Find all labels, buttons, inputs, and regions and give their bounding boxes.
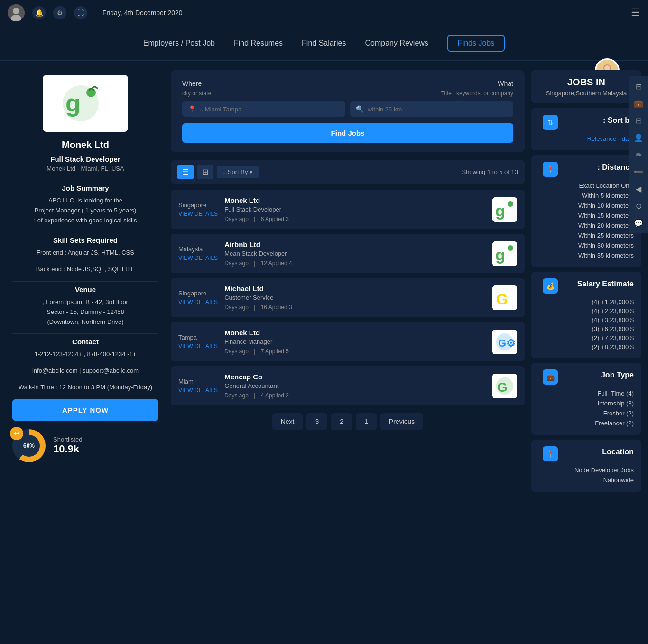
job-card-4: Tampa VIEW DETAILS Monek Ltd Finance Man… [171, 322, 525, 361]
exact-location-option[interactable]: Exact Location Only [539, 181, 634, 191]
view-details-link-3[interactable]: VIEW DETAILS [178, 299, 218, 305]
gear-icon[interactable]: ⚙ [53, 6, 66, 19]
salary-option-0[interactable]: (4) +1,28,000 $ [539, 297, 634, 306]
location-icon-btn[interactable]: 📍 [543, 446, 558, 461]
sort-label: ...Sort By [222, 168, 248, 175]
view-details-link-1[interactable]: VIEW DETAILS [178, 211, 218, 217]
salary-list: (4) +1,28,000 $ (4) +2,23,800 $ (4) +3,2… [539, 297, 634, 351]
svg-point-15 [508, 245, 513, 251]
sort-icon-btn[interactable]: ⇅ [543, 115, 558, 130]
sort-button[interactable]: ...Sort By ▾ [217, 166, 259, 178]
center-panel: Where What city or state Title , keyword… [166, 70, 529, 497]
right-icon-edit[interactable]: ✏ [631, 147, 646, 162]
grid-view-btn[interactable]: ⊞ [197, 165, 213, 179]
job-card-5: Miami VIEW DETAILS Mencap Co General Acc… [171, 366, 525, 405]
salary-option-2[interactable]: (4) +3,23,800 $ [539, 315, 634, 324]
results-toolbar: ☰ ⊞ ...Sort By ▾ Showing 1 to 5 of 13 [171, 160, 525, 184]
view-details-link-4[interactable]: VIEW DETAILS [178, 343, 218, 350]
contact-phone: 1-212-123-1234+ , 878-400-1234 -1+ [12, 350, 158, 359]
distance-icon-btn[interactable]: 📍 [543, 162, 558, 177]
distance-list: Exact Location Only Within 5 kilometers … [539, 181, 634, 260]
apply-now-button[interactable]: APPLY NOW [12, 399, 158, 421]
view-details-link-5[interactable]: VIEW DETAILS [178, 387, 218, 394]
distance-option-0[interactable]: Within 5 kilometers [539, 191, 634, 201]
location-option-1[interactable]: Nationwide [539, 475, 634, 485]
location-list: Node Developer Jobs Nationwide [539, 465, 634, 485]
keyword-input[interactable] [368, 106, 508, 113]
distance-option-4[interactable]: Within 25 kilometers [539, 230, 634, 240]
sort-option-1[interactable]: Relevance - date [539, 134, 634, 144]
distance-header: 📍 : Distance [539, 162, 634, 177]
job-info-3: Michael Ltd Customer Service Days ago | … [224, 285, 486, 311]
prev-page-btn[interactable]: Previous [380, 413, 423, 430]
contact-title: Contact [12, 338, 158, 346]
sort-list: Relevance - date [539, 134, 634, 144]
distance-option-5[interactable]: Within 30 kilometers [539, 240, 634, 250]
location-header: 📍 Location [539, 446, 634, 461]
user-avatar[interactable] [8, 4, 25, 21]
job-info-4: Monek Ltd Finance Manager Days ago | 7 A… [224, 329, 486, 355]
job-info-2: Airbnb Ltd Mean Stack Developer Days ago… [224, 240, 486, 267]
right-icon-back[interactable]: ◀ [631, 181, 646, 196]
list-view-btn[interactable]: ☰ [177, 165, 194, 179]
jobs-in-location: Singapore,Southern Malaysia [539, 90, 634, 97]
distance-option-2[interactable]: Within 15 kilometers [539, 211, 634, 221]
right-icon-apps[interactable]: ⊞ [631, 113, 646, 128]
main-layout: g Monek Ltd Full Stack Developer Monek L… [0, 61, 648, 506]
skills-frontend: Front end : Angular JS, HTML, CSS [12, 248, 158, 258]
job-role-2: Mean Stack Developer [224, 250, 486, 257]
page-1-btn[interactable]: 1 [356, 413, 377, 430]
right-icon-chat[interactable]: 💬 [631, 215, 646, 230]
distance-option-6[interactable]: Within 35 kilometers [539, 250, 634, 260]
skills-backend: Back end : Node JS,SQL, SQL LITE [12, 265, 158, 275]
expand-icon[interactable]: ⛶ [74, 6, 87, 19]
job-summary-text: ABC LLC. is looking for the Project Mana… [12, 196, 158, 225]
nav-company-reviews[interactable]: Company Reviews [365, 39, 428, 47]
progress-circle: ↩ 60% [12, 429, 46, 462]
view-details-link-2[interactable]: VIEW DETAILS [178, 255, 218, 261]
pagination: Next 3 2 1 Previous [171, 413, 525, 430]
right-icon-circle[interactable]: ⊙ [631, 198, 646, 213]
menu-icon[interactable]: ☰ [631, 7, 640, 19]
right-icon-grid[interactable]: ⊞ [631, 79, 646, 94]
salary-option-4[interactable]: (2) +7,23,800 $ [539, 333, 634, 342]
search-icon: 🔍 [356, 105, 364, 113]
job-meta-1: Days ago | 6 Applied 3 [224, 216, 486, 222]
next-page-btn[interactable]: Next [272, 413, 303, 430]
page-3-btn[interactable]: 3 [306, 413, 327, 430]
nav-find-salaries[interactable]: Find Salaries [302, 39, 346, 47]
city-label: city or state [182, 90, 211, 97]
job-type-3[interactable]: Freelancer (2) [539, 418, 634, 428]
job-type-icon-btn[interactable]: 💼 [543, 369, 558, 385]
job-location-tag-3: Singapore VIEW DETAILS [178, 290, 218, 305]
nav-find-jobs-btn[interactable]: Finds Jobs [447, 35, 505, 52]
bell-icon[interactable]: 🔔 [32, 6, 46, 19]
salary-option-3[interactable]: (3) +6,23,600 $ [539, 324, 634, 333]
search-sub-labels: city or state Title , keywords, or compa… [182, 90, 513, 97]
nav-employers[interactable]: Employers / Post Job [143, 39, 215, 47]
jobs-in-title: JOBS IN [539, 77, 634, 88]
distance-title: : Distance [598, 163, 634, 172]
nav-find-resumes[interactable]: Find Resumes [234, 39, 283, 47]
location-option-0[interactable]: Node Developer Jobs [539, 465, 634, 475]
find-jobs-button[interactable]: Find Jobs [182, 123, 513, 143]
right-icon-user[interactable]: 👤 [631, 130, 646, 145]
job-type-1[interactable]: Internship (3) [539, 398, 634, 408]
job-company-2: Airbnb Ltd [224, 240, 486, 248]
salary-option-1[interactable]: (4) +2,23,800 $ [539, 306, 634, 315]
left-sidebar: g Monek Ltd Full Stack Developer Monek L… [5, 70, 166, 497]
svg-text:G⚙: G⚙ [498, 337, 516, 349]
distance-option-3[interactable]: Within 20 kilometers [539, 221, 634, 230]
page-2-btn[interactable]: 2 [331, 413, 352, 430]
distance-option-1[interactable]: Within 10 kilometers [539, 201, 634, 211]
job-type-2[interactable]: Fresher (2) [539, 408, 634, 418]
job-sep-2: | [254, 260, 255, 267]
salary-icon-btn[interactable]: 💰 [543, 278, 558, 294]
right-icon-briefcase[interactable]: 💼 [631, 96, 646, 111]
job-applied-1: 6 Applied 3 [261, 216, 289, 222]
location-input[interactable] [200, 106, 340, 113]
job-type-0[interactable]: Full- Time (4) [539, 388, 634, 398]
job-card-3: Singapore VIEW DETAILS Michael Ltd Custo… [171, 278, 525, 317]
salary-option-5[interactable]: (2) +8,23,600 $ [539, 342, 634, 351]
right-icon-minus[interactable]: ➖ [631, 164, 646, 179]
